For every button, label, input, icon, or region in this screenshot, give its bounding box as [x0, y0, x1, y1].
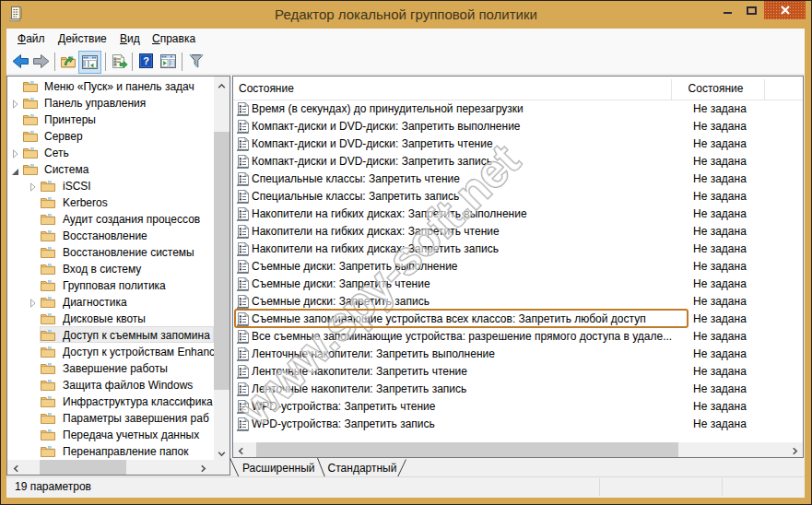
svg-text:?: ?: [143, 55, 149, 66]
svg-text:www.spy-soft.net: www.spy-soft.net: [233, 134, 530, 436]
